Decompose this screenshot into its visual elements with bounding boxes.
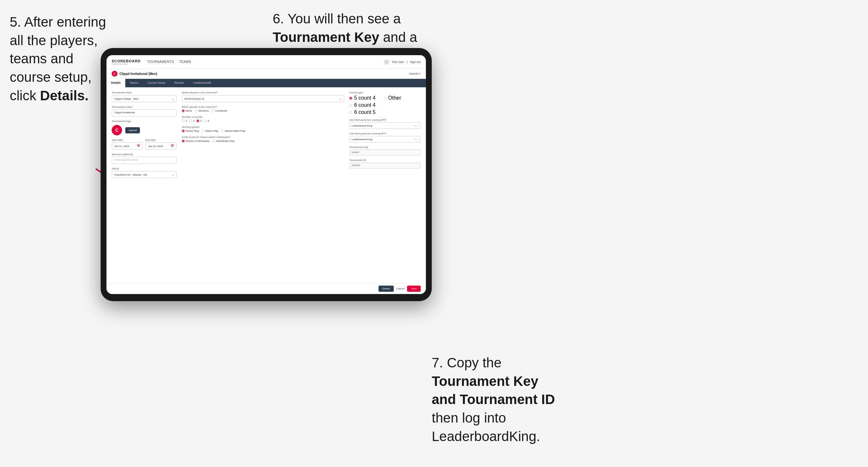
teams-group: Is this event for Teams and/or Individua… xyxy=(182,136,344,143)
save-button[interactable]: Save xyxy=(407,286,421,292)
format-row-3: 6 count 5 xyxy=(349,110,421,115)
scoring-match[interactable]: Match Play xyxy=(202,129,218,132)
api1-value: Leaderboard King xyxy=(351,124,372,127)
api1-select[interactable]: Leaderboard King × ⌄ xyxy=(349,122,421,129)
annotation-left-details: Details. xyxy=(40,88,88,103)
nav-tournaments[interactable]: TOURNAMENTS xyxy=(147,60,174,64)
scoring-radio-group: Stroke Play Match Play Medal Match Play xyxy=(182,129,344,132)
format-6count5-radio[interactable] xyxy=(349,111,352,114)
round-2-label: 2 xyxy=(193,119,194,122)
delete-button[interactable]: Delete xyxy=(378,286,394,292)
start-date-input[interactable]: Jan 21, 2024 📅 xyxy=(112,143,143,150)
individuals-only[interactable]: Individuals Only xyxy=(212,139,235,143)
annotation-left-line3: teams and xyxy=(10,51,73,66)
annotation-left-line1: 5. After entering xyxy=(10,14,106,30)
tournament-id-label: Tournament ID xyxy=(349,159,421,162)
sponsor-input[interactable]: Enter sponsor name xyxy=(112,157,177,164)
main-content: Tournament Host Clippd College - Men ⌄ T… xyxy=(106,87,426,283)
individuals-label: Individuals Only xyxy=(216,139,235,143)
round-1-label: 1 xyxy=(186,119,187,122)
logo-main-text: SCOREBOARD xyxy=(112,59,141,63)
api1-clear-icon[interactable]: × ⌄ xyxy=(414,124,418,127)
tournament-name-label: Tournament name xyxy=(112,105,177,108)
annotation-bottom-id: and Tournament ID xyxy=(432,392,555,407)
gender-womens[interactable]: Womens xyxy=(195,110,209,112)
api2-clear-icon[interactable]: × ⌄ xyxy=(414,138,418,141)
annotation-left-line5: click xyxy=(10,88,40,103)
round-1[interactable]: 1 xyxy=(182,119,187,122)
scoring-medal[interactable]: Medal Match Play xyxy=(221,129,245,132)
venue-input[interactable]: Peachtree GC - Atlanta - GA ⌄ xyxy=(112,171,177,178)
round-3[interactable]: 3 xyxy=(196,119,202,122)
tab-details[interactable]: Details xyxy=(106,79,125,87)
scoring-match-label: Match Play xyxy=(206,129,218,132)
cancel-button[interactable]: Cancel xyxy=(396,287,404,290)
radio-stroke xyxy=(182,129,185,132)
tournament-id-value: 302051 xyxy=(349,163,421,168)
tournament-key-group: Tournament Key b4f9b7 xyxy=(349,146,421,155)
rounds-group: Number of rounds 1 2 3 xyxy=(182,116,344,122)
gender-combined[interactable]: Combined xyxy=(211,110,227,112)
radio-womens-label: Womens xyxy=(199,110,209,112)
tournament-key-label: Tournament Key xyxy=(349,146,421,149)
tournament-host-input[interactable]: Clippd College - Men ⌄ xyxy=(112,95,177,102)
format-other-radio[interactable] xyxy=(384,97,387,100)
tournament-name-input[interactable]: Clippd Invitational xyxy=(112,110,177,117)
cancel-link[interactable]: Cancel × xyxy=(409,72,421,75)
tournament-key-value: b4f9b7 xyxy=(349,150,421,155)
annotation-bottom-key: Tournament Key xyxy=(432,374,538,389)
tablet-screen: SCOREBOARD Powered by clippd TOURNAMENTS… xyxy=(106,55,426,294)
teams-plus-individuals[interactable]: Teams (+Individuals) xyxy=(182,139,210,143)
end-date-group: End date Jan 23, 2024 📅 xyxy=(146,138,177,150)
annotation-left: 5. After entering all the players, teams… xyxy=(10,13,111,105)
tournament-name-group: Tournament name Clippd Invitational xyxy=(112,105,177,117)
tab-teams[interactable]: Teams xyxy=(125,79,143,87)
scoring-stroke[interactable]: Stroke Play xyxy=(182,129,199,132)
round-4[interactable]: 4 xyxy=(204,119,209,122)
signout-link[interactable]: Sign out xyxy=(410,60,421,64)
tablet-frame: SCOREBOARD Powered by clippd TOURNAMENTS… xyxy=(101,48,432,301)
tab-results[interactable]: Results xyxy=(170,79,189,87)
tab-course-setup[interactable]: Course Setup xyxy=(143,79,170,87)
nav-teams[interactable]: TEAMS xyxy=(179,60,191,64)
format-6count4-radio[interactable] xyxy=(349,104,352,107)
format-other-label: Other xyxy=(388,95,401,101)
tournament-id-group: Tournament ID 302051 xyxy=(349,159,421,168)
radio-mens-label: Mens xyxy=(186,110,192,112)
end-date-label: End date xyxy=(146,138,177,142)
user-label: Test User xyxy=(392,60,404,64)
top-nav: SCOREBOARD Powered by clippd TOURNAMENTS… xyxy=(106,55,426,69)
annotation-top-right-line1: 6. You will then see a xyxy=(273,11,401,26)
teams-radio-group: Teams (+Individuals) Individuals Only xyxy=(182,139,344,143)
nav-right: Test User | Sign out xyxy=(384,59,421,65)
gender-label: Which gender is the event for? xyxy=(182,105,344,108)
round-4-label: 4 xyxy=(208,119,209,122)
format-5count4-radio[interactable] xyxy=(349,97,352,100)
upload-button[interactable]: Upload xyxy=(125,127,140,133)
dropdown-icon: ⌄ xyxy=(172,97,174,100)
gender-mens[interactable]: Mens xyxy=(182,110,192,112)
annotation-bottom-line5: LeaderboardKing. xyxy=(432,429,540,444)
gender-group: Which gender is the event for? Mens Wome… xyxy=(182,105,344,112)
division-input[interactable]: NCAA Division III ⌄ xyxy=(182,95,344,102)
calendar-icon-start: 📅 xyxy=(137,145,140,148)
format-6count5-label: 6 count 5 xyxy=(354,110,376,115)
annotation-bottom-right: 7. Copy the Tournament Key and Tournamen… xyxy=(432,354,594,445)
radio-medal xyxy=(221,129,224,132)
tab-leaderboards[interactable]: Leaderboards xyxy=(189,79,216,87)
round-2[interactable]: 2 xyxy=(189,119,194,122)
right-column: Format type 5 count 4 Other 6 xyxy=(349,91,421,279)
start-date-label: Start date xyxy=(112,138,143,142)
api2-select[interactable]: Leaderboard King × ⌄ xyxy=(349,136,421,143)
api2-value: Leaderboard King xyxy=(351,138,372,141)
tabs-row: Details Teams Course Setup Results Leade… xyxy=(106,79,426,87)
radio-womens-circle xyxy=(195,110,198,112)
venue-label: Venue xyxy=(112,167,177,170)
middle-column: Which division is the event for? NCAA Di… xyxy=(182,91,344,279)
annotation-left-line2: all the players, xyxy=(10,33,98,48)
action-bar: Delete Cancel Save xyxy=(106,283,426,294)
rounds-label: Number of rounds xyxy=(182,116,344,119)
dropdown-icon-division: ⌄ xyxy=(339,97,341,100)
end-date-input[interactable]: Jan 23, 2024 📅 xyxy=(146,143,177,150)
breadcrumb-left: C Clippd Invitational (Men) xyxy=(112,71,157,76)
